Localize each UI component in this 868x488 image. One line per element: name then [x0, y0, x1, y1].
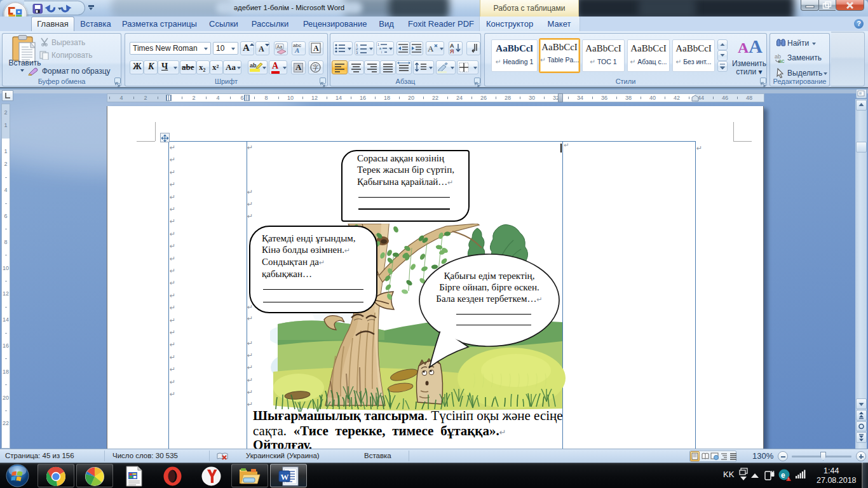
svg-text:字: 字: [313, 64, 319, 71]
svg-text:e: e: [781, 471, 785, 480]
svg-text:Я: Я: [450, 48, 454, 55]
svg-text:i: i: [381, 50, 382, 54]
svg-text:3: 3: [356, 51, 358, 55]
svg-text:Aа: Aа: [277, 44, 283, 49]
svg-text:A: A: [428, 44, 434, 53]
svg-text:A: A: [294, 46, 299, 54]
svg-text:ab: ab: [250, 62, 257, 69]
svg-text:W: W: [281, 472, 289, 482]
svg-text:ac: ac: [778, 58, 785, 64]
svg-text:A: A: [313, 44, 319, 53]
